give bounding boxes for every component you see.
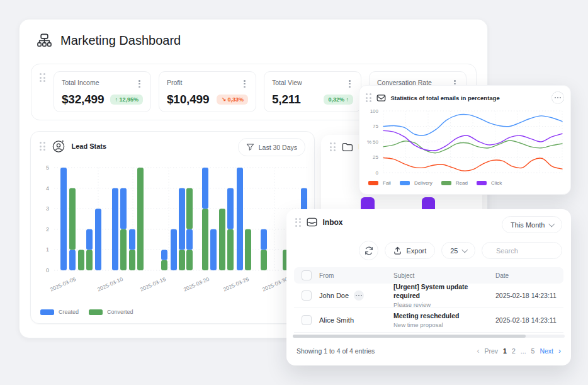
legend-item-created: Created <box>40 309 79 315</box>
inbox-table: From Subject Date John Doe [Urgent] Syst… <box>294 267 563 333</box>
svg-text:5: 5 <box>46 164 49 171</box>
kpi-label: Total Income <box>62 79 99 86</box>
svg-text:2025-03-30: 2025-03-30 <box>261 276 289 293</box>
svg-text:100: 100 <box>370 108 379 114</box>
row-checkbox[interactable] <box>302 315 312 325</box>
svg-text:75: 75 <box>373 124 378 129</box>
search-box[interactable] <box>482 242 562 259</box>
page-button-1[interactable]: 1 <box>503 347 507 355</box>
email-subject: [Urgent] System update required <box>393 283 495 299</box>
search-input[interactable] <box>495 246 554 255</box>
svg-text:4: 4 <box>46 185 49 192</box>
legend-label: Delivery <box>414 180 433 186</box>
scrollbar-thumb[interactable] <box>293 335 526 338</box>
email-legend: Fail Delivery Read Click <box>368 180 502 186</box>
kpi-card-total-view: Total View 5,211 0,32% ↑ <box>264 71 361 112</box>
card-title: Lead Stats <box>72 142 107 150</box>
folder-icon <box>342 142 353 151</box>
drag-handle[interactable] <box>295 218 301 227</box>
column-header-subject: Subject <box>393 272 495 279</box>
card-title: Inbox <box>323 218 343 227</box>
row-checkbox[interactable] <box>302 290 312 301</box>
email-date: 2025-02-18 14:23:11 <box>495 292 563 299</box>
svg-text:3: 3 <box>46 205 49 212</box>
period-label: This Month <box>511 221 545 229</box>
prev-page-arrow[interactable]: ‹ <box>477 347 480 355</box>
svg-text:%: % <box>367 139 371 145</box>
legend-label: Converted <box>107 309 133 315</box>
kpi-card-profit: Profit $10,499 ↘ 0,33% <box>159 71 256 112</box>
lead-legend-swatch <box>89 309 103 315</box>
drag-handle[interactable] <box>40 73 45 82</box>
svg-text:2025-03-25: 2025-03-25 <box>222 276 250 293</box>
legend-item-click: Click <box>477 180 502 186</box>
kebab-menu-icon[interactable] <box>241 79 248 89</box>
svg-text:25: 25 <box>373 154 378 160</box>
prev-page-button[interactable]: Prev <box>485 347 499 355</box>
refresh-icon <box>365 246 373 255</box>
page-size-dropdown[interactable]: 25 <box>441 242 475 259</box>
kpi-value: $10,499 <box>167 93 209 106</box>
sitemap-icon <box>36 32 53 49</box>
page-title: Marketing Dashboard <box>60 33 181 48</box>
card-title: Statistics of total emails in percentage <box>391 95 500 101</box>
email-subject: Meeting rescheduled <box>393 312 495 320</box>
dashboard-header: Marketing Dashboard <box>36 32 181 49</box>
trend-badge: 0,32% ↑ <box>324 95 353 105</box>
kebab-menu-icon[interactable] <box>136 79 143 89</box>
svg-text:0: 0 <box>46 267 49 273</box>
svg-text:2025-03-05: 2025-03-05 <box>49 276 77 293</box>
table-header-row: From Subject Date <box>294 267 563 284</box>
email-legend-swatch <box>400 181 410 185</box>
lead-legend: Created Converted <box>40 309 133 315</box>
legend-item-fail: Fail <box>368 180 391 186</box>
period-dropdown[interactable]: This Month <box>502 216 562 233</box>
inbox-toolbar: Export 25 <box>359 241 562 260</box>
email-legend-swatch <box>368 181 378 185</box>
table-row[interactable]: Alice Smith Meeting rescheduled New time… <box>294 308 563 333</box>
kpi-label: Profit <box>167 79 183 86</box>
drag-handle[interactable] <box>40 142 45 151</box>
page-button-5[interactable]: 5 <box>531 347 535 355</box>
sender-name: Alice Smith <box>319 316 354 324</box>
envelope-icon <box>376 94 386 102</box>
refresh-button[interactable] <box>359 241 378 260</box>
kpi-value: $32,499 <box>62 93 104 106</box>
page-button-2[interactable]: 2 <box>512 347 516 355</box>
select-all-checkbox[interactable] <box>302 270 312 280</box>
legend-label: Created <box>59 309 79 315</box>
export-button[interactable]: Export <box>385 242 435 259</box>
svg-text:2025-03-20: 2025-03-20 <box>183 276 210 293</box>
row-actions-button[interactable] <box>354 290 364 301</box>
sender-name: John Doe <box>319 292 349 299</box>
horizontal-scrollbar <box>293 335 565 338</box>
drag-handle[interactable] <box>330 142 336 151</box>
legend-label: Fail <box>383 180 391 186</box>
inbox-icon <box>307 217 317 227</box>
svg-text:1: 1 <box>46 246 49 253</box>
email-preview: New time proposal <box>393 321 495 328</box>
filter-last-30-days-button[interactable]: Last 30 Days <box>238 138 305 156</box>
export-icon <box>393 246 402 255</box>
email-date: 2025-02-18 14:23:11 <box>495 316 563 324</box>
card-menu-button[interactable] <box>551 91 564 104</box>
table-row[interactable]: John Doe [Urgent] System update required… <box>294 284 563 308</box>
next-page-arrow[interactable]: › <box>558 347 561 355</box>
drag-handle[interactable] <box>366 93 371 102</box>
svg-text:2: 2 <box>46 226 49 233</box>
email-stats-card: Statistics of total emails in percentage… <box>359 85 571 195</box>
ellipsis-icon <box>555 97 561 98</box>
page-size-value: 25 <box>450 247 458 255</box>
next-page-button[interactable]: Next <box>540 347 553 355</box>
inbox-card: Inbox This Month Export 25 <box>286 209 571 365</box>
legend-item-read: Read <box>441 180 468 186</box>
kebab-menu-icon[interactable] <box>346 79 353 89</box>
chevron-down-icon <box>461 246 467 252</box>
legend-item-converted: Converted <box>89 309 133 315</box>
email-legend-swatch <box>477 181 487 185</box>
svg-text:50: 50 <box>373 139 378 145</box>
entries-summary: Showing 1 to 4 of 4 entries <box>297 347 375 355</box>
filter-label: Last 30 Days <box>259 144 297 151</box>
email-legend-swatch <box>441 181 451 185</box>
funnel-icon <box>246 143 254 151</box>
